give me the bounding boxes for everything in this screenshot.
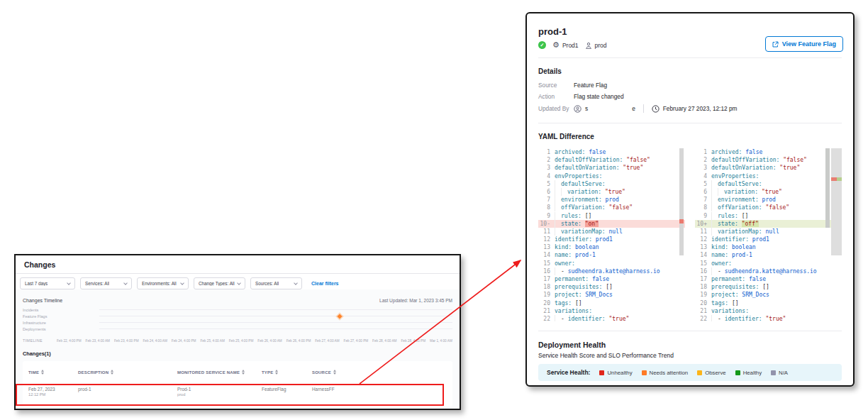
timeline-tick: Mar 1, 4:00 AM — [430, 339, 452, 343]
yaml-token: envProperties: — [555, 173, 602, 179]
filter-dropdown-last-7-days[interactable]: Last 7 days — [20, 277, 75, 289]
column-header-monitored-service-name[interactable]: MONITORED SERVICE NAME — [177, 370, 262, 375]
yaml-line: 2defaultOffVariation: "false" — [695, 156, 842, 164]
yaml-line: 6variation: "true" — [538, 188, 685, 196]
yaml-line: 3defaultOnVariation: "true" — [695, 164, 842, 172]
column-header-description[interactable]: DESCRIPTION — [78, 370, 177, 375]
yaml-code: offVariation: "false" — [711, 204, 789, 211]
yaml-token: identifier: — [568, 316, 606, 321]
timeline-tick: Feb 24, 4:00 PM — [172, 339, 196, 343]
yaml-token: envProperties: — [711, 173, 759, 179]
last-updated-text: Last Updated: Mar 1, 2023 3:45 PM — [379, 298, 452, 303]
yaml-token: prerequisites: — [555, 284, 602, 290]
service-name: Prod1 — [562, 42, 579, 49]
feature-flag-event-marker[interactable] — [337, 314, 342, 319]
yaml-line: 19project: SRM_Docs — [538, 291, 685, 299]
yaml-token: [] — [728, 300, 738, 306]
indent-guide — [711, 220, 718, 228]
yaml-token: sudheendra.katte@harness.io — [568, 268, 660, 275]
yaml-code: - sudheendra.katte@harness.io — [555, 267, 660, 275]
yaml-line: 13kind: boolean — [695, 243, 842, 251]
clock-icon — [652, 105, 660, 113]
filter-dropdown-services-all[interactable]: Services: All — [80, 277, 132, 289]
yaml-line: 10+state: "off" — [695, 220, 842, 228]
legend-label: Observe — [705, 370, 725, 376]
indent-guide — [711, 188, 718, 196]
yaml-line: 19project: SRM_Docs — [695, 291, 842, 299]
line-number: 6 — [538, 188, 550, 196]
line-number: 22 — [538, 315, 550, 321]
filter-dropdown-sources-all[interactable]: Sources: All — [250, 277, 302, 289]
filter-dropdown-environments-all[interactable]: Environments: All — [137, 277, 189, 289]
yaml-token: defaultOffVariation: — [555, 157, 623, 163]
yaml-line: 11variationMap: null — [695, 228, 842, 236]
yaml-token: rules: — [561, 213, 582, 219]
indent-guide — [555, 196, 561, 204]
source-cell: HarnessFF — [312, 387, 452, 392]
track-label: Feature Flags — [23, 314, 99, 319]
yaml-token — [582, 221, 585, 227]
yaml-line: 1archived: false — [695, 148, 842, 156]
yaml-code: - sudheendra.katte@harness.io — [711, 267, 817, 275]
yaml-line: 10-state: "on" — [538, 220, 685, 228]
chevron-down-icon — [180, 281, 184, 285]
track-line — [99, 322, 452, 323]
line-number: 7 — [538, 196, 550, 204]
yaml-code: variations: — [711, 307, 749, 315]
timeline-tick: Feb 26, 4:00 PM — [286, 339, 311, 343]
yaml-diff-right-pane[interactable]: 1archived: false2defaultOffVariation: "f… — [695, 148, 842, 321]
yaml-token: "false" — [623, 157, 650, 163]
column-header-source[interactable]: SOURCE — [312, 370, 452, 375]
indent-guide — [711, 180, 718, 188]
view-feature-flag-label: View Feature Flag — [782, 40, 836, 48]
filter-dropdown-change-types-all[interactable]: Change Types: All — [194, 277, 245, 289]
timeline-tick: Feb 23, 4:00 AM — [86, 339, 110, 343]
sort-icon — [333, 370, 336, 375]
timeline-tick: Feb 25, 4:00 AM — [200, 339, 224, 343]
timeline-ticks: Feb 22, 4:00 PMFeb 23, 4:00 AMFeb 23, 4:… — [57, 339, 452, 343]
line-number: 5 — [695, 180, 707, 188]
yaml-token: boolean — [728, 244, 756, 250]
action-value: Flag state changed — [574, 93, 624, 100]
indent-guide — [711, 212, 718, 220]
yaml-token: offVariation: — [561, 204, 606, 211]
timeline-tick: Feb 22, 4:00 PM — [57, 339, 82, 343]
line-number: 11 — [538, 228, 550, 236]
column-header-time[interactable]: TIME — [28, 370, 78, 375]
detail-title: prod-1 — [538, 26, 842, 37]
yaml-code: defaultServe: — [555, 180, 606, 188]
diff-change-marker — [679, 219, 684, 223]
yaml-code: identifier: prod1 — [711, 236, 769, 243]
yaml-code: variation: "true" — [711, 188, 782, 196]
view-feature-flag-button[interactable]: View Feature Flag — [765, 36, 843, 52]
yaml-line: 8offVariation: "false" — [538, 204, 685, 211]
action-label: Action — [538, 93, 574, 100]
sort-icon — [242, 370, 245, 375]
yaml-token: tags: — [711, 300, 728, 306]
yaml-token: permanent: — [711, 276, 745, 282]
yaml-token: false — [742, 149, 762, 155]
yaml-token: boolean — [572, 244, 599, 250]
legend-item-n-a: N/A — [771, 370, 788, 376]
yaml-token: null — [606, 228, 623, 235]
line-number: 22 — [695, 315, 707, 321]
table-header-row: TIMEDESCRIPTIONMONITORED SERVICE NAMETYP… — [28, 370, 452, 382]
yaml-code: owner: — [711, 260, 732, 267]
column-header-type[interactable]: TYPE — [262, 370, 312, 375]
yaml-code: tags: [] — [711, 299, 739, 307]
clear-filters-link[interactable]: Clear filters — [311, 281, 339, 286]
indent-guide — [555, 315, 561, 321]
yaml-line: 16- sudheendra.katte@harness.io — [695, 267, 842, 275]
yaml-token: environment: — [561, 197, 602, 203]
yaml-code: kind: boolean — [555, 243, 599, 251]
table-row[interactable]: Feb 27, 202312:12 PMprod-1Prod-1prodFeat… — [28, 382, 452, 404]
line-number: 5 — [538, 180, 550, 188]
yaml-line: 21variations: — [538, 307, 685, 315]
yaml-code: archived: false — [555, 148, 606, 156]
yaml-diff-left-pane[interactable]: 1archived: false2defaultOffVariation: "f… — [538, 148, 685, 321]
yaml-token: variations: — [711, 308, 749, 314]
line-number: 6 — [695, 188, 707, 196]
scrollbar[interactable] — [679, 148, 684, 255]
yaml-line: 6variation: "true" — [695, 188, 842, 196]
scrollbar[interactable] — [825, 148, 830, 228]
